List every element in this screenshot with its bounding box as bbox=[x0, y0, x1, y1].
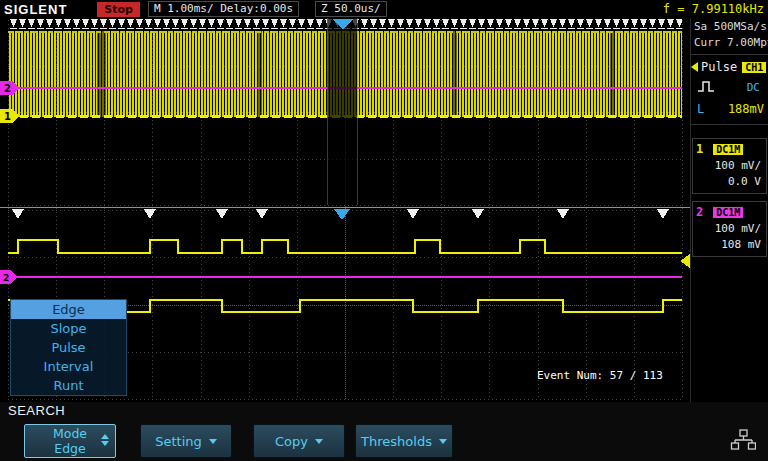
popup-item-edge[interactable]: Edge bbox=[11, 300, 126, 319]
event-counter: Event Num: 57 / 113 bbox=[537, 369, 663, 382]
trigger-info-row: Pulse CH1 bbox=[691, 60, 768, 74]
zoom-window-region[interactable] bbox=[327, 18, 357, 205]
sample-rate: Sa 500MSa/s bbox=[694, 20, 767, 33]
trigger-coupling-row: DC bbox=[691, 80, 768, 94]
popup-item-pulse[interactable]: Pulse bbox=[11, 338, 126, 357]
trigger-type: Pulse bbox=[701, 60, 737, 74]
channel2-info-box: 2 DC1M 100 mV/ 108 mV bbox=[692, 201, 767, 257]
zoom-timebase-readout: Z 50.0us/ bbox=[315, 1, 387, 17]
trigger-level-arrow-icon bbox=[691, 62, 698, 72]
trigger-level-row: L 188mV bbox=[691, 102, 768, 116]
timebase-readout: M 1.00ms/ Delay:0.00s bbox=[148, 1, 299, 17]
chevron-down-icon bbox=[439, 439, 447, 444]
channel1-coupling-badge: DC1M bbox=[713, 144, 743, 155]
svg-text:2: 2 bbox=[3, 273, 9, 283]
chevron-down-icon bbox=[315, 439, 323, 444]
ch2-position-marker-zoom: 2 bbox=[0, 270, 17, 284]
channel1-number: 1 bbox=[696, 142, 703, 156]
mode-button-label: Mode bbox=[53, 426, 87, 441]
mode-button[interactable]: Mode Edge bbox=[24, 424, 116, 458]
svg-text:1: 1 bbox=[4, 111, 11, 122]
mode-button-value: Edge bbox=[54, 441, 85, 456]
channel1-info-box: 1 DC1M 100 mV/ 0.0 V bbox=[692, 138, 767, 194]
brand-logo: SIGLENT bbox=[4, 2, 67, 17]
trigger-position-marker-zoom bbox=[334, 209, 350, 220]
sidebar-divider bbox=[691, 54, 768, 55]
setting-button-label: Setting bbox=[155, 434, 202, 449]
copy-button-label: Copy bbox=[275, 434, 308, 449]
search-mode-popup: Edge Slope Pulse Interval Runt bbox=[10, 299, 127, 396]
popup-item-slope[interactable]: Slope bbox=[11, 319, 126, 338]
trigger-source-badge: CH1 bbox=[742, 62, 766, 73]
thresholds-button-label: Thresholds bbox=[361, 434, 432, 449]
trigger-level-label: L bbox=[697, 102, 704, 116]
sidebar-divider bbox=[691, 124, 768, 125]
utility-menu-icon[interactable] bbox=[730, 428, 756, 452]
top-bar: SIGLENT Stop M 1.00ms/ Delay:0.00s Z 50.… bbox=[0, 0, 768, 18]
copy-button[interactable]: Copy bbox=[253, 424, 345, 458]
trigger-level-value: 188mV bbox=[728, 102, 764, 116]
channel2-scale: 100 mV/ bbox=[693, 222, 766, 235]
setting-button[interactable]: Setting bbox=[140, 424, 232, 458]
soft-menu-bar: SEARCH Mode Edge Setting Copy Thresholds bbox=[0, 402, 768, 461]
channel1-offset: 0.0 V bbox=[693, 175, 766, 188]
status-sidebar: Sa 500MSa/s Curr 7.00Mpts Pulse CH1 DC L… bbox=[690, 18, 768, 402]
thresholds-button[interactable]: Thresholds bbox=[355, 424, 453, 458]
acquisition-status-badge[interactable]: Stop bbox=[97, 2, 140, 17]
popup-item-interval[interactable]: Interval bbox=[11, 357, 126, 376]
pulse-waveform-icon bbox=[697, 80, 715, 93]
search-menu-title: SEARCH bbox=[8, 403, 65, 418]
popup-item-runt[interactable]: Runt bbox=[11, 376, 126, 395]
chevron-down-icon bbox=[209, 439, 217, 444]
trigger-coupling: DC bbox=[747, 81, 760, 94]
channel2-offset: 108 mV bbox=[693, 238, 766, 251]
channel2-number: 2 bbox=[696, 205, 703, 219]
updown-arrow-icon bbox=[101, 434, 109, 446]
oscilloscope-screen: SIGLENT Stop M 1.00ms/ Delay:0.00s Z 50.… bbox=[0, 0, 768, 461]
memory-depth: Curr 7.00Mpts bbox=[694, 36, 768, 49]
channel2-coupling-badge: DC1M bbox=[713, 207, 743, 218]
frequency-counter: f = 7.99110kHz bbox=[663, 2, 764, 16]
svg-text:2: 2 bbox=[4, 83, 11, 94]
channel1-scale: 100 mV/ bbox=[693, 159, 766, 172]
